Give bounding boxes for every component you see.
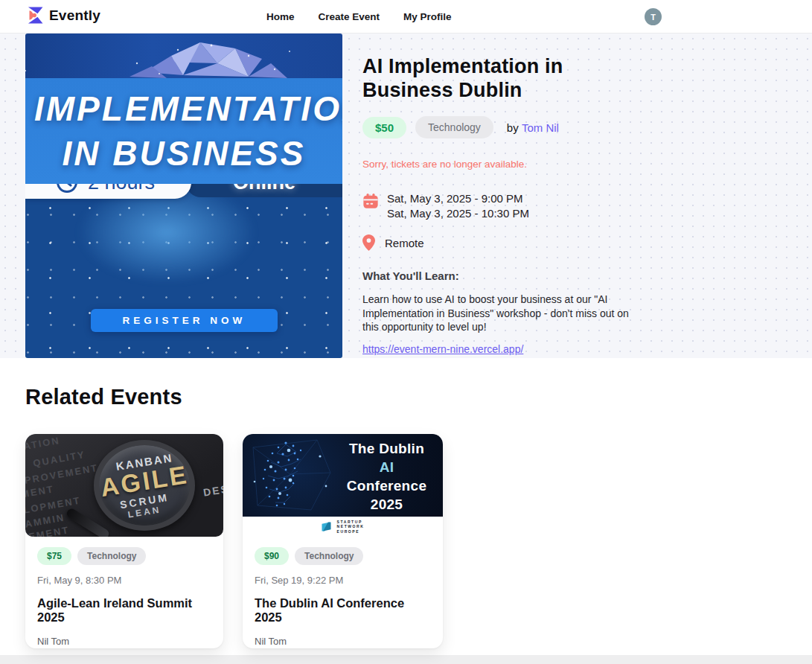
category-badge: Technology (415, 116, 493, 138)
user-avatar[interactable]: T (645, 8, 662, 25)
event-start-datetime: Sat, May 3, 2025 - 9:00 PM (387, 191, 529, 206)
hero-pill-row: Online 2 hours (25, 184, 342, 199)
card-organizer: Nil Tom (255, 636, 431, 647)
hero-crystal-band (25, 33, 342, 78)
event-badge-row: $50 Technology by Tom Nil (362, 116, 640, 138)
event-hero-image[interactable]: IMPLEMENTATION IN BUSINESS Online 2 hour… (25, 33, 342, 358)
nav-my-profile[interactable]: My Profile (403, 11, 452, 22)
organizer-line: by Tom Nil (507, 121, 559, 134)
event-location: Remote (385, 237, 424, 249)
brand-logo[interactable]: Evently (25, 6, 100, 25)
bg-word: RATION (25, 435, 61, 453)
event-details-section: IMPLEMENTATION IN BUSINESS Online 2 hour… (0, 33, 812, 358)
register-now-button: REGISTER NOW (91, 309, 278, 332)
card-body: $75 Technology Fri, May 9, 8:30 PM Agile… (25, 537, 223, 647)
organizer-name-link[interactable]: Tom Nil (522, 121, 559, 134)
card-title-link[interactable]: Agile-Lean Ireland Summit 2025 (37, 596, 211, 625)
hero-glow-blob (70, 184, 263, 288)
price-badge: $50 (362, 117, 406, 138)
card-category-badge: Technology (295, 547, 363, 565)
event-description: Learn how to use AI to boost your busine… (362, 293, 647, 334)
poster-line2: AI (338, 458, 435, 476)
event-info-panel: AI Implementation in Business Dublin $50… (342, 33, 640, 358)
event-location-row: Remote (362, 234, 640, 251)
hero-online-pill: Online (186, 184, 342, 197)
event-end-datetime: Sat, May 3, 2025 - 10:30 PM (387, 206, 529, 221)
related-events-section: Related Events RATION QUALITY IMPROVEMEN… (0, 358, 812, 655)
magnifier-lens: KANBAN AGILE SCRUM LEAN (94, 440, 195, 531)
clock-icon (55, 184, 79, 194)
poster-line4: 2025 (338, 495, 435, 514)
calendar-icon (362, 193, 379, 209)
event-url-link[interactable]: https://event-mern-nine.vercel.app/ (362, 343, 523, 355)
ireland-network-map (243, 434, 338, 517)
hero-headline-line2: IN BUSINESS (63, 134, 306, 173)
card-datetime: Fri, Sep 19, 9:22 PM (255, 575, 431, 586)
nav-create-event[interactable]: Create Event (319, 11, 380, 22)
startup-network-europe-logo-text: STARTUP NETWORK EUROPE (336, 520, 364, 534)
poster-line1: The Dublin (338, 439, 435, 458)
nav-home[interactable]: Home (266, 11, 295, 22)
related-card-agile[interactable]: RATION QUALITY IMPROVEMENT MENT VELOPMEN… (25, 434, 223, 648)
evently-logo-icon (25, 6, 44, 25)
event-datetime-row: Sat, May 3, 2025 - 9:00 PM Sat, May 3, 2… (362, 191, 640, 221)
card-price-badge: $90 (255, 547, 289, 565)
hero-headline-line1: IMPLEMENTATION (34, 89, 342, 128)
related-cards-row: RATION QUALITY IMPROVEMENT MENT VELOPMEN… (25, 434, 787, 648)
card-organizer: Nil Tom (37, 636, 211, 647)
hero-bottom-band: Online 2 hours REGISTER NOW (25, 184, 342, 358)
sponsor-strip: STARTUP NETWORK EUROPE (243, 517, 443, 537)
by-label: by (507, 121, 519, 134)
related-card-dublin-ai[interactable]: The Dublin AI Conference 2025 STAR (243, 434, 443, 648)
app-header: Evently Home Create Event My Profile T (0, 0, 812, 33)
event-title: AI Implementation in Business Dublin (362, 54, 619, 102)
related-events-heading: Related Events (25, 385, 787, 409)
main-nav: Home Create Event My Profile (266, 0, 452, 33)
startup-network-europe-logo-icon (321, 521, 332, 532)
hero-duration-label: 2 hours (88, 184, 155, 194)
poster-line3: Conference (338, 476, 435, 495)
tickets-unavailable-message: Sorry, tickets are no longer available. (362, 159, 640, 170)
hero-duration-pill: 2 hours (25, 184, 191, 199)
card-body: $90 Technology Fri, Sep 19, 9:22 PM The … (243, 537, 443, 647)
card-category-badge: Technology (77, 547, 146, 565)
learn-heading: What You'll Learn: (362, 269, 640, 282)
hero-mode-label: Online (233, 184, 295, 194)
bg-word: MENT (25, 483, 55, 500)
agile-card-image: RATION QUALITY IMPROVEMENT MENT VELOPMEN… (25, 434, 223, 537)
card-price-badge: $75 (37, 547, 71, 565)
bg-word: DES (202, 482, 223, 498)
dublin-poster-text: The Dublin AI Conference 2025 (338, 434, 443, 517)
hero-headline: IMPLEMENTATION IN BUSINESS (25, 78, 342, 184)
brand-name: Evently (49, 7, 100, 24)
dublin-card-image: The Dublin AI Conference 2025 STAR (243, 434, 443, 537)
card-title-link[interactable]: The Dublin AI Conference 2025 (255, 596, 431, 625)
footer-strip (0, 655, 812, 664)
location-pin-icon (362, 234, 375, 251)
card-datetime: Fri, May 9, 8:30 PM (37, 575, 211, 586)
